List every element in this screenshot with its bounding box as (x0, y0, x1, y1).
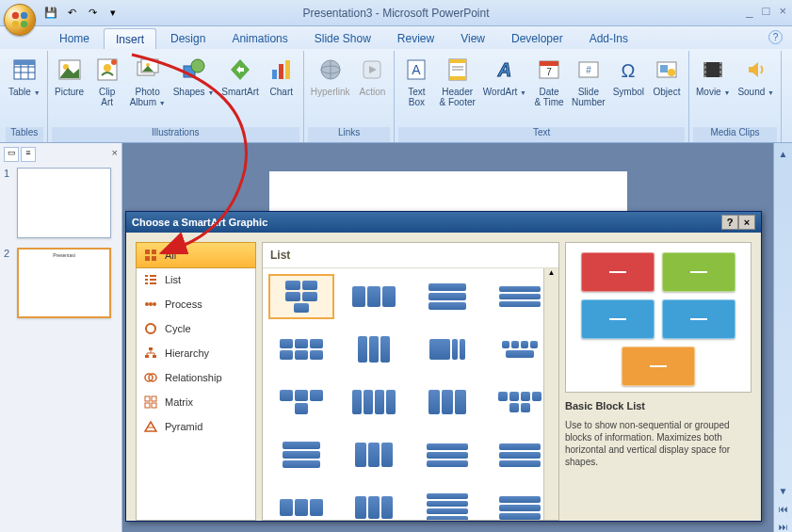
ribbon-clip-button[interactable]: ClipArt (89, 53, 125, 109)
slides-tab-icon[interactable]: ▭ (4, 147, 19, 162)
dialog-close-button[interactable]: × (738, 215, 755, 230)
ribbon-hyperlink-button[interactable]: Hyperlink (308, 53, 353, 99)
ribbon-slide-button[interactable]: #SlideNumber (569, 53, 608, 109)
photo-icon (133, 55, 163, 85)
gallery-item-12[interactable] (268, 432, 334, 477)
category-label: Pyramid (165, 421, 202, 432)
svg-text:Ω: Ω (622, 60, 636, 81)
slide-icon: # (574, 55, 604, 85)
qat-more-icon[interactable]: ▾ (105, 6, 121, 21)
gallery-item-5[interactable] (342, 327, 408, 372)
gallery-item-2[interactable] (414, 274, 480, 319)
tab-insert[interactable]: Insert (104, 28, 156, 49)
thumb-text: Presentasi (19, 250, 109, 261)
gallery-item-14[interactable] (414, 432, 480, 477)
ribbon-group-links: HyperlinkActionLinks (304, 51, 396, 142)
category-cycle[interactable]: Cycle (137, 316, 255, 341)
slide-thumb-2[interactable]: 2Presentasi (4, 248, 118, 318)
office-button[interactable] (4, 4, 36, 36)
hierarchy-category-icon (144, 347, 157, 360)
gallery-item-18[interactable] (414, 485, 480, 520)
thumb-preview[interactable] (17, 168, 111, 238)
undo-icon[interactable]: ↶ (64, 6, 79, 21)
ribbon-symbol-button[interactable]: ΩSymbol (610, 53, 647, 99)
category-pyramid[interactable]: Pyramid (137, 414, 255, 439)
ribbon-object-button[interactable]: Object (649, 53, 685, 99)
prev-slide-icon[interactable]: ⏮ (779, 504, 788, 514)
ribbon-button-label: Date& Time (534, 87, 563, 107)
category-hierarchy[interactable]: Hierarchy (137, 341, 255, 365)
gallery-thumb-icon (496, 392, 543, 412)
ribbon-sound-button[interactable]: Sound ▼ (735, 53, 777, 100)
thumb-preview[interactable]: Presentasi (17, 248, 111, 318)
gallery-item-6[interactable] (414, 327, 480, 372)
gallery-item-8[interactable] (268, 379, 334, 425)
category-process[interactable]: Process (137, 292, 255, 316)
tab-view[interactable]: View (448, 27, 497, 49)
tab-home[interactable]: Home (47, 27, 102, 49)
outline-tab-icon[interactable]: ≡ (21, 147, 36, 162)
ribbon-date-button[interactable]: 7Date& Time (531, 53, 567, 109)
ribbon-photo-button[interactable]: PhotoAlbum ▼ (127, 53, 169, 110)
ribbon-shapes-button[interactable]: Shapes ▼ (170, 53, 218, 100)
maximize-button[interactable]: □ (763, 4, 770, 18)
gallery-scrollbar[interactable]: ▲ (543, 268, 558, 520)
ribbon-table-button[interactable]: Table ▼ (6, 53, 43, 100)
category-matrix[interactable]: Matrix (137, 390, 255, 414)
svg-point-48 (704, 69, 706, 71)
tab-add-ins[interactable]: Add-Ins (577, 27, 640, 49)
dialog-titlebar[interactable]: Choose a SmartArt Graphic ? × (126, 212, 761, 233)
ribbon-action-button[interactable]: Action (354, 53, 390, 99)
gallery-item-4[interactable] (268, 327, 334, 372)
svg-rect-31 (449, 76, 466, 80)
gallery-item-1[interactable] (342, 274, 408, 319)
ribbon-button-label: Symbol (613, 87, 644, 97)
ribbon-chart-button[interactable]: Chart (264, 53, 299, 99)
ribbon-text-button[interactable]: ATextBox (398, 53, 434, 109)
svg-rect-36 (540, 61, 558, 66)
ribbon-header-button[interactable]: Header& Footer (436, 53, 477, 109)
tab-slide-show[interactable]: Slide Show (302, 27, 383, 49)
close-button[interactable]: × (779, 4, 786, 18)
ribbon-picture-button[interactable]: Picture (52, 53, 88, 99)
tab-developer[interactable]: Developer (499, 27, 575, 49)
gallery-thumb-icon (350, 443, 397, 467)
svg-rect-59 (145, 279, 148, 281)
dialog-title: Choose a SmartArt Graphic (132, 217, 267, 228)
preview-description: Use to show non-sequential or grouped bl… (565, 419, 752, 468)
save-icon[interactable]: 💾 (43, 6, 58, 21)
right-scrollbar[interactable]: ▲ ▼ ⏮ ⏭ (773, 143, 792, 532)
category-all[interactable]: All (136, 242, 256, 268)
tab-design[interactable]: Design (158, 27, 218, 49)
gallery-item-9[interactable] (342, 379, 408, 425)
minimize-button[interactable]: _ (746, 4, 752, 18)
tab-review[interactable]: Review (385, 27, 446, 49)
table-icon (9, 55, 40, 85)
help-icon[interactable]: ? (768, 30, 783, 44)
panel-close-icon[interactable]: × (112, 147, 118, 164)
gallery-item-17[interactable] (342, 485, 408, 520)
quick-access-toolbar: 💾 ↶ ↷ ▾ (43, 6, 121, 21)
gallery-item-16[interactable] (268, 485, 334, 520)
ribbon-smartart-button[interactable]: SmartArt (218, 53, 261, 99)
dialog-help-button[interactable]: ? (721, 215, 738, 230)
gallery-item-0[interactable] (268, 274, 334, 319)
gallery-item-10[interactable] (414, 379, 480, 425)
svg-rect-79 (152, 403, 156, 408)
scroll-up-icon[interactable]: ▲ (779, 149, 788, 159)
ribbon-tabs: HomeInsertDesignAnimationsSlide ShowRevi… (0, 26, 792, 49)
redo-icon[interactable]: ↷ (85, 6, 100, 21)
next-slide-icon[interactable]: ⏭ (779, 522, 788, 532)
svg-point-52 (719, 73, 721, 75)
category-label: List (165, 274, 181, 285)
ribbon-wordart-button[interactable]: AWordArt ▼ (480, 53, 529, 100)
svg-rect-60 (150, 279, 156, 281)
ribbon-button-label: Object (654, 87, 681, 97)
gallery-item-13[interactable] (342, 432, 408, 477)
category-relationship[interactable]: Relationship (137, 365, 255, 390)
category-list[interactable]: List (137, 267, 255, 292)
slide-thumb-1[interactable]: 1 (4, 168, 118, 238)
scroll-down-icon[interactable]: ▼ (779, 486, 788, 496)
ribbon-movie-button[interactable]: Movie ▼ (693, 53, 733, 100)
tab-animations[interactable]: Animations (219, 27, 299, 49)
